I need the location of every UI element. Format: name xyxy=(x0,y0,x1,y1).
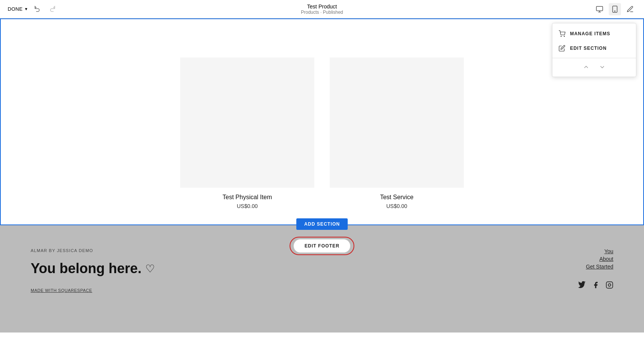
product-name: Test Service xyxy=(380,194,413,201)
edit-section-menu-item[interactable]: EDIT SECTION xyxy=(552,41,636,56)
manage-items-label: MANAGE ITEMS xyxy=(570,31,610,36)
context-menu: MANAGE ITEMS EDIT SECTION xyxy=(552,23,636,77)
footer-tagline: You belong here. ♡ xyxy=(31,260,155,277)
footer-right: You About Get Started xyxy=(578,248,613,291)
move-down-button[interactable] xyxy=(599,64,606,70)
page-title: Test Product xyxy=(301,3,343,10)
product-price: US$0.00 xyxy=(386,203,407,209)
cart-icon xyxy=(559,30,565,37)
undo-button[interactable] xyxy=(33,4,43,14)
svg-point-4 xyxy=(614,11,615,11)
products-section: Test Physical Item US$0.00 Test Service … xyxy=(0,18,644,225)
footer-tagline-text: You belong here. xyxy=(31,260,141,277)
facebook-icon[interactable] xyxy=(592,281,600,291)
product-image xyxy=(330,57,464,188)
instagram-icon[interactable] xyxy=(606,281,613,291)
pencil-icon xyxy=(559,45,565,52)
product-item: Test Physical Item US$0.00 xyxy=(180,57,314,209)
add-section-button[interactable]: ADD SECTION xyxy=(296,218,347,230)
footer-nav-link-get-started[interactable]: Get Started xyxy=(586,264,613,270)
edit-footer-oval: EDIT FOOTER xyxy=(289,237,354,255)
edit-footer-wrapper: EDIT FOOTER xyxy=(289,237,354,255)
menu-nav xyxy=(552,61,636,74)
mobile-view-button[interactable] xyxy=(609,3,621,15)
svg-point-8 xyxy=(564,36,565,37)
product-price: US$0.00 xyxy=(237,203,258,209)
twitter-icon[interactable] xyxy=(578,281,586,291)
footer-nav-link-you[interactable]: You xyxy=(604,248,613,254)
edit-footer-button[interactable]: EDIT FOOTER xyxy=(293,239,350,253)
heart-icon: ♡ xyxy=(145,262,155,275)
toolbar: DONE ▼ Test Product Products · Published xyxy=(0,0,644,18)
svg-rect-5 xyxy=(606,282,613,288)
page-subtitle: Products · Published xyxy=(301,10,343,15)
manage-items-menu-item[interactable]: MANAGE ITEMS xyxy=(552,26,636,41)
redo-button[interactable] xyxy=(47,4,57,14)
desktop-view-button[interactable] xyxy=(593,3,606,15)
toolbar-right xyxy=(593,3,636,15)
toolbar-left: DONE ▼ xyxy=(8,4,57,14)
main-content: Test Physical Item US$0.00 Test Service … xyxy=(0,18,644,333)
product-image xyxy=(180,57,314,188)
done-button[interactable]: DONE ▼ xyxy=(8,6,28,12)
menu-divider xyxy=(552,58,636,58)
footer-social xyxy=(578,281,613,291)
footer-nav-links: You About Get Started xyxy=(578,248,613,270)
move-up-button[interactable] xyxy=(583,64,590,70)
footer-brand: ALMAR BY JESSICA DEMO xyxy=(31,248,155,253)
footer-made-with[interactable]: MADE WITH SQUARESPACE xyxy=(31,288,155,293)
toolbar-center: Test Product Products · Published xyxy=(301,3,343,15)
footer-section: EDIT FOOTER ALMAR BY JESSICA DEMO You be… xyxy=(0,225,644,333)
svg-rect-0 xyxy=(596,6,603,11)
chevron-down-icon: ▼ xyxy=(24,7,28,11)
footer-nav-link-about[interactable]: About xyxy=(599,256,613,262)
product-name: Test Physical Item xyxy=(223,194,272,201)
product-item: Test Service US$0.00 xyxy=(330,57,464,209)
done-label: DONE xyxy=(8,6,23,12)
edit-section-label: EDIT SECTION xyxy=(570,46,607,51)
edit-mode-button[interactable] xyxy=(624,3,636,15)
footer-left: ALMAR BY JESSICA DEMO You belong here. ♡… xyxy=(31,248,155,293)
products-grid: Test Physical Item US$0.00 Test Service … xyxy=(150,57,495,209)
svg-point-7 xyxy=(561,36,562,37)
